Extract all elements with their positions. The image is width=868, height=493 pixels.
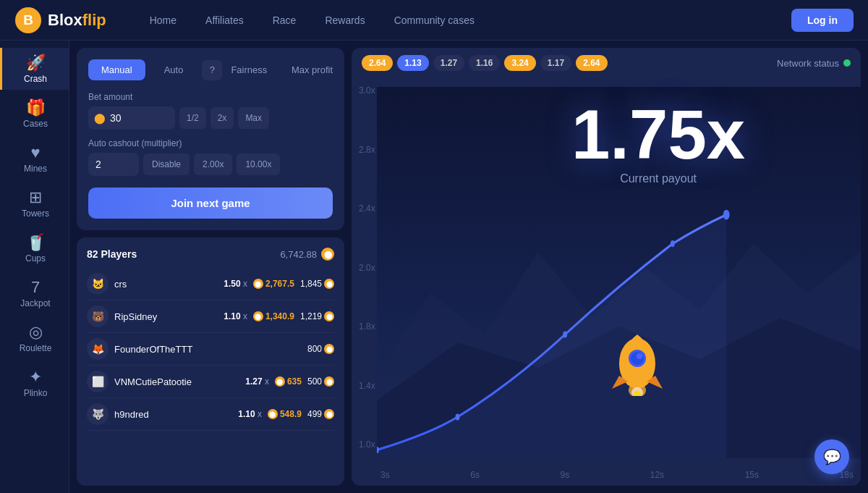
- content-area: Manual Auto ? Fairness Max profit Bet am…: [69, 41, 868, 493]
- player-bet: ⬤ 548.9: [268, 409, 302, 419]
- coin-icon: ⬤: [94, 112, 106, 124]
- player-name: RipSidney: [114, 311, 218, 322]
- sidebar-label-mines: Mines: [24, 164, 47, 174]
- x-label-1: 6s: [470, 470, 480, 480]
- x-label-4: 15s: [745, 470, 759, 480]
- coin-icon: ⬤: [324, 409, 334, 419]
- half-button[interactable]: 1/2: [179, 107, 206, 129]
- cases-icon: 🎁: [26, 100, 46, 116]
- btn-200x[interactable]: 2.00x: [194, 153, 232, 175]
- y-label-5: 2.8x: [359, 145, 375, 155]
- logo: B Bloxflip: [14, 7, 106, 34]
- svg-point-11: [637, 353, 642, 359]
- nav-rewards[interactable]: Rewards: [325, 14, 365, 26]
- coin-icon: ⬤: [324, 311, 334, 321]
- history-badges: 2.641.131.271.163.241.172.64: [362, 55, 608, 71]
- sidebar-item-crash[interactable]: 🚀 Crash: [0, 48, 69, 90]
- player-bet: ⬤ 635: [275, 376, 302, 387]
- player-avatar: 🦊: [87, 338, 109, 360]
- player-row: 🐺h9ndred1.10 x⬤ 548.9499 ⬤: [87, 398, 334, 431]
- cups-icon: 🥤: [26, 235, 46, 250]
- join-button[interactable]: Join next game: [88, 187, 333, 219]
- coin-icon: ⬤: [253, 311, 263, 321]
- coin-icon: ⬤: [268, 409, 278, 419]
- roulette-icon: ◎: [29, 324, 43, 340]
- main-layout: 🚀 Crash 🎁 Cases ♥ Mines ⊞ Towers 🥤 Cups …: [0, 41, 868, 493]
- y-label-4: 2.4x: [359, 203, 375, 214]
- jackpot-icon: 7: [31, 279, 40, 295]
- fairness-link[interactable]: Fairness: [231, 64, 267, 75]
- player-win: 1,845 ⬤: [300, 279, 334, 289]
- history-badge[interactable]: 1.17: [540, 55, 571, 71]
- player-name: VNMCutiePatootie: [114, 376, 239, 387]
- x-label-2: 9s: [561, 470, 570, 480]
- history-badge[interactable]: 1.16: [469, 55, 500, 71]
- total-value: 6,742.88: [280, 249, 317, 260]
- player-list: 🐱crs1.50 x⬤ 2,767.51,845 ⬤🐻RipSidney1.10…: [87, 268, 334, 431]
- sidebar-label-jackpot: Jackpot: [20, 298, 50, 308]
- double-button[interactable]: 2x: [210, 107, 234, 129]
- sidebar-item-cups[interactable]: 🥤 Cups: [0, 227, 69, 269]
- nav-links: Home Affiliates Race Rewards Community c…: [150, 14, 762, 26]
- history-badge[interactable]: 2.64: [576, 55, 607, 71]
- player-win: 800 ⬤: [307, 344, 334, 354]
- player-multiplier: 1.10 x: [224, 311, 247, 321]
- svg-point-10: [631, 352, 644, 365]
- multiplier-row: Disable 2.00x 10.00x: [88, 153, 333, 176]
- player-win: 499 ⬤: [307, 409, 334, 419]
- y-label-2: 1.8x: [359, 321, 375, 332]
- sidebar-item-plinko[interactable]: ✦ Plinko: [0, 362, 69, 404]
- logo-text: Bloxflip: [48, 11, 106, 30]
- max-profit-link[interactable]: Max profit: [292, 64, 333, 75]
- nav-home[interactable]: Home: [150, 14, 176, 26]
- login-button[interactable]: Log in: [791, 9, 854, 32]
- cashout-input[interactable]: [88, 153, 139, 176]
- network-status-label: Network status: [777, 58, 839, 69]
- auto-cashout-label: Auto cashout (multiplier): [88, 138, 333, 148]
- players-header: 82 Players 6,742.88 ⬤: [87, 248, 334, 261]
- sidebar-item-cases[interactable]: 🎁 Cases: [0, 93, 69, 135]
- sidebar-label-plinko: Plinko: [24, 388, 48, 398]
- svg-point-4: [456, 413, 460, 420]
- towers-icon: ⊞: [29, 190, 42, 206]
- coin-icon: ⬤: [253, 279, 263, 289]
- nav-community-cases[interactable]: Community cases: [394, 14, 475, 26]
- players-total: 6,742.88 ⬤: [280, 248, 334, 261]
- left-panel: Manual Auto ? Fairness Max profit Bet am…: [77, 48, 344, 486]
- disable-button[interactable]: Disable: [143, 153, 190, 175]
- nav-race[interactable]: Race: [273, 14, 297, 26]
- max-button[interactable]: Max: [238, 107, 269, 129]
- sidebar-label-crash: Crash: [24, 74, 47, 84]
- sidebar-item-jackpot[interactable]: 7 Jackpot: [0, 272, 69, 314]
- sidebar-label-roulette: Roulette: [20, 343, 52, 353]
- status-dot: [843, 59, 851, 67]
- y-axis: 1.0x 1.4x 1.8x 2.0x 2.4x 2.8x 3.0x: [359, 78, 375, 457]
- player-avatar: 🐻: [87, 306, 109, 327]
- btn-1000x[interactable]: 10.00x: [237, 153, 280, 175]
- help-button[interactable]: ?: [202, 60, 222, 80]
- coin-icon: ⬤: [324, 344, 334, 354]
- current-payout-value: 1.75x: [571, 100, 745, 169]
- history-badge[interactable]: 1.13: [397, 55, 428, 71]
- history-badge[interactable]: 2.64: [362, 55, 393, 71]
- nav-affiliates[interactable]: Affiliates: [205, 14, 244, 26]
- x-label-5: 18s: [840, 470, 854, 480]
- history-badge[interactable]: 1.27: [433, 55, 464, 71]
- player-row: ⬜VNMCutiePatootie1.27 x⬤ 635500 ⬤: [87, 366, 334, 398]
- tab-manual[interactable]: Manual: [88, 59, 145, 80]
- sidebar-label-towers: Towers: [22, 208, 49, 219]
- sidebar-item-towers[interactable]: ⊞ Towers: [0, 182, 69, 224]
- rocket-svg: [597, 331, 677, 396]
- player-avatar: ⬜: [87, 371, 109, 392]
- bet-input-row: ⬤ 1/2 2x Max: [88, 106, 333, 130]
- history-badge[interactable]: 3.24: [504, 55, 535, 71]
- svg-point-7: [723, 210, 730, 220]
- tab-auto[interactable]: Auto: [151, 59, 197, 80]
- player-row: 🐱crs1.50 x⬤ 2,767.51,845 ⬤: [87, 268, 334, 300]
- sidebar-item-roulette[interactable]: ◎ Roulette: [0, 317, 69, 359]
- chat-button[interactable]: 💬: [814, 439, 849, 474]
- player-row: 🦊FounderOfTheTTT800 ⬤: [87, 333, 334, 366]
- svg-point-6: [671, 240, 675, 247]
- rocket-container: [597, 331, 677, 399]
- sidebar-item-mines[interactable]: ♥ Mines: [0, 138, 69, 180]
